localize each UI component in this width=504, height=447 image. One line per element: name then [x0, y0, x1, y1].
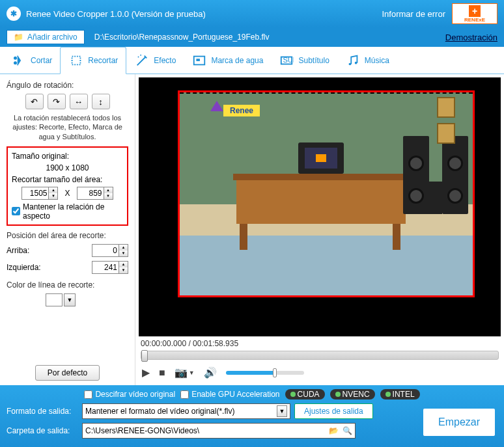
position-label: Posición del área de recorte: [7, 231, 128, 240]
svg-text:SUB: SUB [283, 55, 294, 63]
crop-outline[interactable] [178, 90, 475, 297]
tab-cut[interactable]: Cortar [3, 47, 60, 74]
format-select[interactable]: Mantener el formato del vídeo original(*… [82, 403, 290, 419]
left-spinner[interactable]: ▲▼ [92, 261, 128, 274]
scissors-icon [11, 53, 27, 68]
default-button[interactable]: Por defecto [35, 365, 100, 381]
footer: Descifrar vídeo original Enable GPU Acce… [0, 385, 504, 447]
rotate-cw-button[interactable]: ↷ [48, 94, 66, 109]
keep-aspect-checkbox[interactable]: Mantener la relación de aspecto [12, 202, 123, 221]
subtitle-icon: SUB [279, 53, 294, 68]
chevron-down-icon[interactable]: ▼ [104, 193, 113, 199]
plus-icon: + [469, 5, 481, 17]
play-button[interactable]: ▶ [142, 366, 150, 379]
tab-subtitle[interactable]: SUB Subtítulo [271, 47, 337, 74]
folder-label: Carpeta de salida: [7, 426, 78, 435]
titlebar: ✱ Renee Video Cropper 1.0.0 (Versión de … [0, 0, 504, 27]
left-label: Izquierda: [7, 263, 52, 272]
start-button[interactable]: Empezar [423, 409, 495, 436]
tab-watermark-label: Marca de agua [211, 56, 263, 65]
decode-checkbox[interactable]: Descifrar vídeo original [84, 390, 175, 399]
chevron-up-icon[interactable]: ▲ [104, 187, 113, 193]
rotation-label: Ángulo de rotación: [7, 81, 128, 90]
filebar: 📁 Añadir archivo D:\Escritorio\Renepassn… [0, 27, 504, 47]
timecode: 00:00:00.000 / 00:01:58.935 [135, 336, 504, 351]
file-path: D:\Escritorio\Renepassnow_Portuguese_19F… [94, 33, 270, 42]
format-label: Formato de salida: [7, 407, 78, 416]
music-icon [345, 53, 361, 68]
size-panel: Tamaño original: 1900 x 1080 Recortar ta… [7, 146, 128, 226]
volume-icon[interactable]: 🔊 [204, 366, 217, 379]
add-file-button[interactable]: 📁 Añadir archivo [7, 30, 85, 44]
top-input[interactable] [92, 244, 119, 257]
chevron-down-icon[interactable]: ▼ [119, 267, 128, 273]
flip-h-button[interactable]: ↔ [70, 94, 88, 109]
keep-aspect-input[interactable] [12, 207, 20, 215]
x-label: X [64, 189, 70, 198]
chevron-up-icon[interactable]: ▲ [119, 262, 128, 267]
demo-link[interactable]: Demostración [445, 33, 497, 42]
tab-music[interactable]: Música [337, 47, 397, 74]
add-file-label: Añadir archivo [27, 33, 77, 42]
scrubber-thumb[interactable] [141, 350, 148, 362]
cuda-badge: CUDA [285, 389, 325, 400]
rotate-ccw-button[interactable]: ↶ [25, 94, 44, 109]
folder-icon: 📁 [14, 33, 23, 42]
window-title: Renee Video Cropper 1.0.0 (Versión de pr… [26, 9, 206, 19]
chevron-up-icon[interactable]: ▲ [119, 245, 128, 251]
content: Ángulo de rotación: ↶ ↷ ↔ ↕ La rotación … [0, 74, 504, 385]
volume-slider[interactable] [226, 371, 304, 375]
search-icon[interactable]: 🔍 [343, 426, 352, 435]
crop-width-spinner[interactable]: ▲▼ [21, 187, 58, 200]
folder-value: C:\Users\RENEE-GONG\Videos\ [85, 426, 199, 435]
format-value: Mantener el formato del vídeo original(*… [85, 407, 234, 416]
crop-height-input[interactable] [77, 187, 104, 200]
watermark-icon [191, 53, 207, 68]
chevron-up-icon[interactable]: ▲ [49, 187, 57, 193]
video-area[interactable]: Renee [139, 77, 501, 336]
tab-effect[interactable]: Efecto [126, 47, 184, 74]
folder-open-icon[interactable]: 📂 [329, 426, 339, 435]
nvenc-badge: NVENC [330, 389, 375, 400]
left-input[interactable] [92, 261, 119, 274]
color-dropdown[interactable]: ▼ [64, 293, 76, 306]
chevron-down-icon[interactable]: ▼ [49, 193, 57, 199]
flip-v-button[interactable]: ↕ [92, 94, 110, 109]
color-swatch[interactable] [46, 293, 63, 306]
snapshot-button[interactable]: 📷▼ [175, 366, 195, 379]
volume-thumb[interactable] [273, 368, 277, 377]
tab-music-label: Música [365, 56, 389, 65]
output-folder-field[interactable]: C:\Users\RENEE-GONG\Videos\ 📂 🔍 [82, 423, 356, 439]
crop-height-spinner[interactable]: ▲▼ [77, 187, 113, 200]
tab-crop-label: Recortar [88, 56, 118, 65]
svg-point-7 [348, 62, 351, 65]
intel-badge: INTEL [380, 389, 420, 400]
svg-rect-0 [72, 57, 81, 65]
keep-aspect-label: Mantener la relación de aspecto [23, 202, 123, 221]
gpu-checkbox[interactable]: Enable GPU Acceleration [180, 390, 279, 399]
top-label: Arriba: [7, 246, 52, 255]
chevron-down-icon[interactable]: ▼ [277, 405, 287, 417]
output-settings-button[interactable]: Ajustes de salida [294, 403, 373, 419]
svg-rect-4 [197, 59, 201, 61]
tab-watermark[interactable]: Marca de agua [184, 47, 271, 74]
wand-icon [134, 53, 150, 68]
tab-crop[interactable]: Recortar [60, 47, 126, 74]
stop-button[interactable]: ■ [159, 367, 165, 379]
svg-point-1 [138, 56, 139, 57]
orig-size-label: Tamaño original: [12, 152, 69, 161]
app-icon: ✱ [7, 7, 21, 21]
report-error-link[interactable]: Informar de error [382, 9, 445, 19]
crop-size-label: Recortar tamaño del área: [12, 175, 102, 184]
decode-label: Descifrar vídeo original [95, 390, 175, 399]
logo-text: RENExE [464, 17, 485, 23]
player-controls: ▶ ■ 📷▼ 🔊 [135, 360, 504, 385]
scrubber[interactable] [141, 351, 499, 360]
crop-icon [68, 53, 84, 68]
rotation-note: La rotación restablecerá todos los ajust… [7, 113, 128, 141]
tab-cut-label: Cortar [31, 56, 52, 65]
crop-width-input[interactable] [21, 187, 49, 200]
chevron-down-icon[interactable]: ▼ [119, 251, 128, 256]
tab-effect-label: Efecto [154, 56, 176, 65]
top-spinner[interactable]: ▲▼ [92, 244, 128, 257]
